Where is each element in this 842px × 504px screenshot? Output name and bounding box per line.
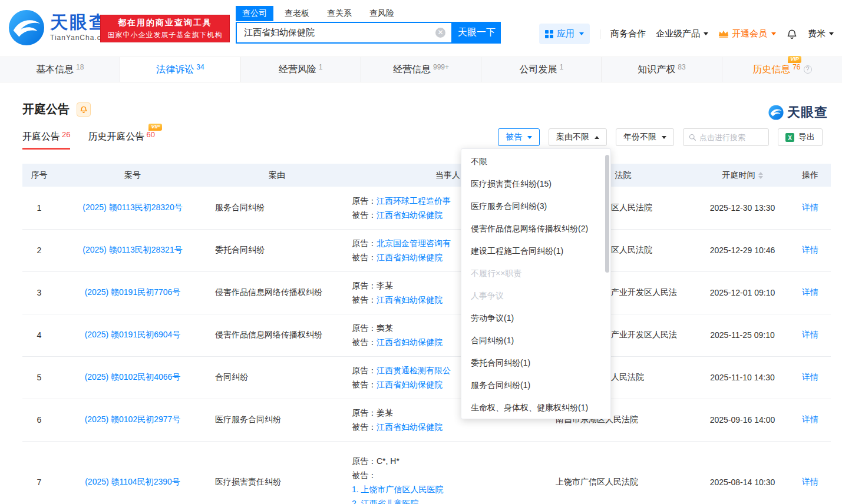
party-role-label: 原告：: [352, 366, 377, 375]
sort-icon[interactable]: [758, 172, 763, 179]
cause-option-5: 不履行××职责: [461, 262, 610, 284]
party-name-link[interactable]: 江西省妇幼保健院: [377, 253, 443, 262]
cause-filter-button[interactable]: 案由不限: [549, 128, 607, 146]
cause-option-4[interactable]: 建设工程施工合同纠纷(1): [461, 240, 610, 262]
party-name-link[interactable]: 江西省妇幼保健院: [377, 380, 443, 389]
cause-option-10[interactable]: 服务合同纠纷(1): [461, 374, 610, 396]
nav-tab-legal[interactable]: 法律诉讼34: [120, 57, 240, 82]
business-cooperation-link[interactable]: 商务合作: [610, 28, 646, 39]
nav-tab-count-wrap: VIP76: [790, 64, 800, 75]
watermark-logo: 天眼查: [768, 104, 828, 121]
apps-label: 应用: [557, 28, 574, 39]
nav-tab-history[interactable]: 历史信息VIP76?: [722, 57, 842, 82]
detail-link[interactable]: 详情: [802, 477, 818, 486]
cause-option-9[interactable]: 委托合同纠纷(1): [461, 352, 610, 374]
cause-cell: 医疗服务合同纠纷: [209, 399, 345, 441]
watermark-logo-icon: [768, 105, 784, 120]
company-search-input[interactable]: [237, 23, 451, 42]
table-header-row: 序号 案号 案由 当事人 法院 开庭时间 操作: [22, 164, 831, 187]
party-name-link[interactable]: 北京国金管理咨询有: [377, 238, 451, 248]
cause-option-count: (2): [578, 224, 588, 233]
cause-option-0[interactable]: 不限: [461, 150, 610, 173]
search-tab-boss[interactable]: 查老板: [278, 6, 316, 21]
row-index-cell: 6: [22, 399, 56, 441]
dropdown-scrollbar[interactable]: [605, 155, 609, 273]
hearing-time-cell: 2025-09-16 14:00: [695, 399, 790, 441]
vip-label: 开通会员: [732, 28, 767, 39]
enterprise-products-menu[interactable]: 企业级产品: [656, 28, 708, 39]
user-menu[interactable]: 费米: [808, 28, 834, 39]
party-role-label: 被告：: [352, 253, 377, 262]
tianyancha-logo[interactable]: 天眼查 TianYanCha.com: [8, 9, 112, 46]
nav-tab-basic-info[interactable]: 基本信息18: [0, 57, 120, 82]
search-tab-relation[interactable]: 查关系: [321, 6, 358, 21]
cause-option-1[interactable]: 医疗损害责任纠纷(15): [461, 173, 610, 195]
detail-link[interactable]: 详情: [802, 245, 818, 254]
party-role-label: 原告：: [352, 238, 377, 248]
detail-link[interactable]: 详情: [802, 415, 818, 424]
subtab-count: 26: [62, 130, 70, 139]
case-number-link[interactable]: (2025) 赣0191民初7706号: [85, 287, 181, 297]
action-cell: 详情: [790, 271, 831, 314]
header-right: 应用 商务合作 企业级产品 开通会员 费米: [539, 24, 834, 44]
case-number-link[interactable]: (2025) 赣0102民初2977号: [85, 415, 181, 424]
list-search-input[interactable]: [699, 133, 763, 142]
row-index-cell: 1: [22, 187, 56, 229]
subtab-1[interactable]: 历史开庭公告60VIP: [88, 131, 154, 150]
search-submit-button[interactable]: 天眼一下: [453, 22, 501, 44]
chevron-down-icon: [579, 32, 584, 35]
nav-tabs: 基本信息18法律诉讼34经营风险1经营信息999+公司发展1知识产权83历史信息…: [0, 57, 842, 82]
nav-tab-count: 83: [678, 63, 685, 71]
apps-menu-button[interactable]: 应用: [539, 24, 590, 44]
cause-option-7[interactable]: 劳动争议(1): [461, 307, 610, 329]
list-search-box[interactable]: [683, 128, 769, 146]
case-number-link[interactable]: (2025) 赣0113民初28320号: [82, 203, 182, 212]
party-name-link[interactable]: 1. 上饶市广信区人民医院: [352, 485, 444, 494]
detail-link[interactable]: 详情: [802, 287, 818, 297]
defendant-filter-label: 被告: [506, 132, 522, 142]
help-icon[interactable]: ?: [804, 65, 812, 74]
cause-option-8[interactable]: 合同纠纷(1): [461, 329, 610, 352]
case-number-link[interactable]: (2025) 赣0102民初4066号: [85, 372, 181, 382]
clear-search-icon[interactable]: ✕: [435, 28, 445, 38]
case-number-link[interactable]: (2025) 赣0191民初6904号: [85, 330, 181, 339]
export-button[interactable]: X 导出: [778, 128, 823, 146]
cause-option-label: 不限: [471, 157, 487, 166]
party-name-link[interactable]: 江西省妇幼保健院: [377, 295, 443, 304]
year-filter-button[interactable]: 年份不限: [616, 128, 674, 146]
vip-upgrade-button[interactable]: 开通会员: [718, 28, 776, 39]
party-name-link[interactable]: 江西省妇幼保健院: [377, 422, 443, 432]
action-cell: 详情: [790, 356, 831, 399]
username: 费米: [808, 28, 826, 39]
detail-link[interactable]: 详情: [802, 203, 818, 212]
nav-tab-development[interactable]: 公司发展1: [481, 57, 602, 82]
alert-subscribe-button[interactable]: [77, 102, 91, 117]
party-role-label: 原告：: [352, 281, 377, 290]
case-number-link[interactable]: (2025) 赣0113民初28321号: [82, 245, 182, 254]
nav-tab-label: 法律诉讼: [156, 64, 194, 76]
search-tab-company[interactable]: 查公司: [236, 6, 273, 21]
detail-link[interactable]: 详情: [802, 372, 818, 382]
cause-option-3[interactable]: 侵害作品信息网络传播权纠纷(2): [461, 217, 610, 240]
party-role-label: 被告：: [352, 337, 377, 347]
notification-bell-icon[interactable]: [786, 28, 798, 40]
col-index: 序号: [22, 164, 56, 187]
cause-option-2[interactable]: 医疗服务合同纠纷(3): [461, 195, 610, 217]
search-tab-risk[interactable]: 查风险: [363, 6, 401, 21]
cause-cell: 侵害作品信息网络传播权纠纷: [209, 314, 345, 356]
defendant-filter-button[interactable]: 被告: [498, 128, 540, 146]
detail-link[interactable]: 详情: [802, 330, 818, 339]
nav-tab-intellectual-property[interactable]: 知识产权83: [602, 57, 722, 82]
cause-option-11[interactable]: 生命权、身体权、健康权纠纷(1): [461, 396, 610, 419]
subtab-0[interactable]: 开庭公告26: [22, 131, 70, 150]
party-name-link[interactable]: 江西省妇幼保健院: [377, 337, 443, 347]
nav-tab-operation-risk[interactable]: 经营风险1: [241, 57, 361, 82]
party-name-link[interactable]: 江西省妇幼保健院: [377, 210, 443, 220]
party-name-link[interactable]: 江西贯通检测有限公: [377, 366, 451, 375]
party-name-link[interactable]: 江西环球工程造价事: [377, 196, 451, 205]
hearing-time-cell: 2025-11-10 14:30: [695, 356, 790, 399]
nav-tab-business-info[interactable]: 经营信息999+: [361, 57, 481, 82]
cause-cell: 服务合同纠纷: [209, 187, 345, 229]
case-number-link[interactable]: (2025) 赣1104民初2390号: [85, 477, 180, 486]
party-name-link[interactable]: 2. 江西省儿童医院: [352, 499, 419, 504]
